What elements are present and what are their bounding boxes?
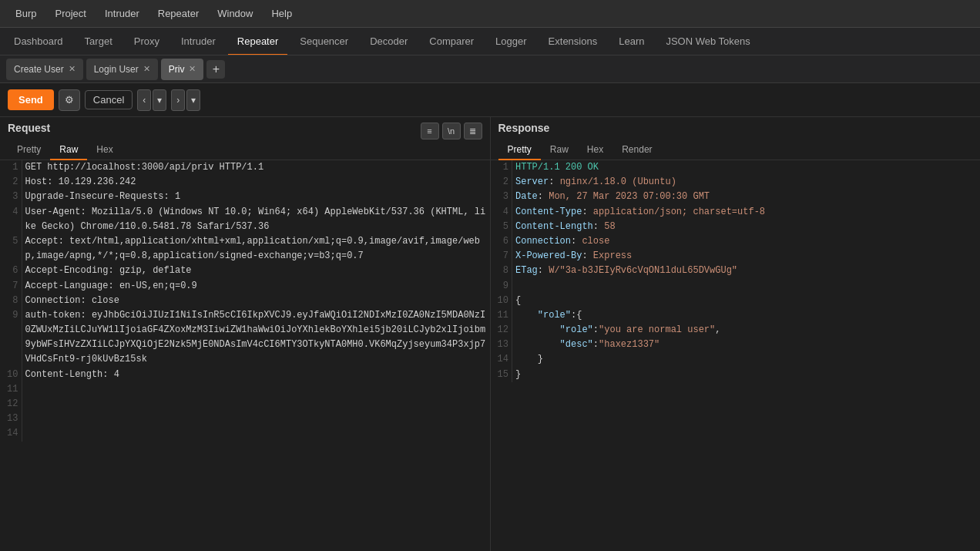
request-list-view-button[interactable]: ≡ bbox=[421, 123, 439, 139]
header-val: application/json; charset=utf-8 bbox=[593, 207, 765, 217]
tab-extensions[interactable]: Extensions bbox=[539, 28, 607, 55]
line-number: 8 bbox=[0, 294, 22, 308]
header-sep: : bbox=[549, 176, 559, 187]
request-tab-create-user[interactable]: Create User ✕ bbox=[6, 59, 83, 80]
header-key: Server bbox=[515, 176, 549, 187]
line-content: Accept-Encoding: gzip, deflate bbox=[22, 264, 490, 278]
header-key: ETag bbox=[515, 265, 538, 276]
close-tab-login-user-icon[interactable]: ✕ bbox=[143, 65, 150, 73]
menu-burp[interactable]: Burp bbox=[6, 0, 45, 28]
response-tab-render[interactable]: Render bbox=[612, 140, 661, 160]
request-tab-hex[interactable]: Hex bbox=[87, 140, 122, 160]
menu-help[interactable]: Help bbox=[262, 0, 301, 28]
line-content: Content-Type: application/json; charset=… bbox=[512, 205, 981, 220]
tab-proxy[interactable]: Proxy bbox=[125, 28, 169, 55]
status-text: HTTP/1.1 200 OK bbox=[515, 162, 599, 173]
request-tab-raw[interactable]: Raw bbox=[50, 140, 87, 160]
table-row: 12 bbox=[0, 397, 490, 412]
tab-label: Priv bbox=[169, 64, 185, 75]
prev-button[interactable]: ‹ bbox=[137, 89, 151, 111]
header-sep: : bbox=[593, 221, 604, 232]
tab-dashboard[interactable]: Dashboard bbox=[5, 28, 72, 55]
tab-label: Login User bbox=[94, 64, 139, 75]
request-wrap-button[interactable]: ≣ bbox=[464, 123, 482, 139]
close-tab-create-user-icon[interactable]: ✕ bbox=[69, 65, 76, 73]
table-row: 14 bbox=[0, 426, 490, 441]
settings-button[interactable]: ⚙ bbox=[59, 89, 80, 111]
line-content bbox=[22, 397, 490, 412]
json-key: "role" bbox=[538, 310, 571, 321]
line-content: HTTP/1.1 200 OK bbox=[512, 160, 981, 175]
cancel-button[interactable]: Cancel bbox=[85, 90, 133, 109]
header-sep: : bbox=[582, 207, 592, 217]
header-key: X-Powered-By bbox=[515, 250, 582, 261]
request-tab-priv[interactable]: Priv ✕ bbox=[161, 59, 204, 80]
next-down-icon: ▾ bbox=[191, 95, 196, 106]
line-number: 5 bbox=[0, 234, 22, 264]
line-content: } bbox=[512, 352, 981, 367]
table-row: 10 { bbox=[491, 294, 981, 308]
tab-intruder[interactable]: Intruder bbox=[172, 28, 225, 55]
close-tab-priv-icon[interactable]: ✕ bbox=[189, 65, 196, 73]
request-code-area[interactable]: 1 GET http://localhost:3000/api/priv HTT… bbox=[0, 160, 490, 551]
request-tab-pretty[interactable]: Pretty bbox=[8, 140, 50, 160]
tab-jwt[interactable]: JSON Web Tokens bbox=[656, 28, 759, 55]
tab-decoder[interactable]: Decoder bbox=[361, 28, 417, 55]
line-number: 6 bbox=[0, 264, 22, 278]
json-indent bbox=[515, 310, 538, 321]
response-tab-hex[interactable]: Hex bbox=[578, 140, 612, 160]
line-number: 14 bbox=[0, 426, 22, 441]
json-value: "you are normal user" bbox=[599, 324, 715, 335]
table-row: 5 Accept: text/html,application/xhtml+xm… bbox=[0, 234, 490, 264]
line-number: 8 bbox=[491, 264, 512, 278]
json-indent bbox=[515, 339, 560, 350]
header-val: nginx/1.18.0 (Ubuntu) bbox=[560, 176, 676, 187]
next-button[interactable]: › bbox=[171, 89, 185, 111]
line-content bbox=[22, 426, 490, 441]
line-content: X-Powered-By: Express bbox=[512, 249, 981, 264]
prev-down-icon: ▾ bbox=[157, 95, 162, 106]
response-tab-raw[interactable]: Raw bbox=[541, 140, 578, 160]
line-number: 6 bbox=[491, 234, 512, 249]
line-number: 7 bbox=[491, 249, 512, 264]
menu-repeater[interactable]: Repeater bbox=[149, 0, 208, 28]
header-sep: : bbox=[582, 250, 592, 261]
table-row: 8 ETag: W/"3a-b3JEIyRv6cVqON1lduL65DVwGU… bbox=[491, 264, 981, 278]
table-row: 13 bbox=[0, 412, 490, 426]
table-row: 9 auth-token: eyJhbGciOiJIUzI1NiIsInR5cC… bbox=[0, 308, 490, 368]
tab-target[interactable]: Target bbox=[76, 28, 122, 55]
table-row: 11 bbox=[0, 382, 490, 397]
line-content: { bbox=[512, 294, 981, 308]
next-nav-group: › ▾ bbox=[171, 89, 200, 111]
header-val: Express bbox=[593, 250, 632, 261]
request-newline-button[interactable]: \n bbox=[442, 123, 461, 139]
json-indent bbox=[515, 324, 560, 335]
menu-intruder[interactable]: Intruder bbox=[96, 0, 149, 28]
table-row: 7 Accept-Language: en-US,en;q=0.9 bbox=[0, 279, 490, 294]
tab-repeater[interactable]: Repeater bbox=[228, 28, 287, 55]
request-tab-login-user[interactable]: Login User ✕ bbox=[86, 59, 158, 80]
add-tab-button[interactable]: + bbox=[206, 60, 225, 79]
tab-logger[interactable]: Logger bbox=[486, 28, 535, 55]
line-number: 9 bbox=[0, 308, 22, 368]
response-code-area[interactable]: 1 HTTP/1.1 200 OK 2 Server: nginx/1.18.0… bbox=[491, 160, 981, 551]
table-row: 14 } bbox=[491, 352, 981, 367]
table-row: 9 bbox=[491, 279, 981, 294]
send-button[interactable]: Send bbox=[8, 89, 54, 110]
tab-sequencer[interactable]: Sequencer bbox=[290, 28, 357, 55]
line-content: Date: Mon, 27 Mar 2023 07:00:30 GMT bbox=[512, 190, 981, 204]
response-tab-pretty[interactable]: Pretty bbox=[498, 140, 541, 160]
menu-window[interactable]: Window bbox=[208, 0, 262, 28]
header-key: Connection bbox=[515, 236, 571, 247]
table-row: 3 Date: Mon, 27 Mar 2023 07:00:30 GMT bbox=[491, 190, 981, 204]
line-number: 3 bbox=[0, 190, 22, 204]
menu-project[interactable]: Project bbox=[45, 0, 95, 28]
line-number: 14 bbox=[491, 352, 512, 367]
tab-learn[interactable]: Learn bbox=[609, 28, 653, 55]
next-dropdown-button[interactable]: ▾ bbox=[186, 89, 200, 111]
header-val: Mon, 27 Mar 2023 07:00:30 GMT bbox=[549, 191, 710, 202]
line-content: auth-token: eyJhbGciOiJIUzI1NiIsInR5cCI6… bbox=[22, 308, 490, 368]
tab-comparer[interactable]: Comparer bbox=[420, 28, 483, 55]
prev-dropdown-button[interactable]: ▾ bbox=[153, 89, 166, 111]
menu-bar: Burp Project Intruder Repeater Window He… bbox=[0, 0, 980, 28]
